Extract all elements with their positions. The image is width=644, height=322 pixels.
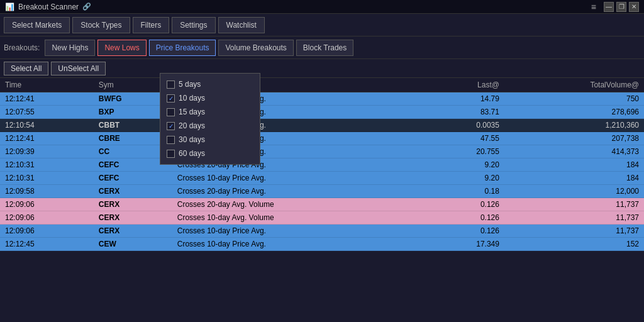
dropdown-popup: 5 days✓10 days15 days✓20 days30 days60 d…	[160, 73, 260, 165]
cell-volume: 11,737	[504, 198, 644, 211]
table-row[interactable]: 12:12:45CEWCrosses 10-day Price Avg.17.3…	[0, 238, 644, 251]
select-all-button[interactable]: Select All	[4, 62, 48, 75]
dropdown-item-3[interactable]: ✓20 days	[160, 119, 260, 133]
dropdown-item-5[interactable]: 60 days	[160, 147, 260, 160]
cell-subject: Crosses 20-day Price Avg.	[172, 185, 426, 198]
breakouts-bar: Breakouts: New HighsNew LowsPrice Breako…	[0, 36, 644, 59]
cell-time: 12:10:54	[0, 119, 94, 132]
cell-last: 0.126	[426, 211, 504, 225]
settings-button[interactable]: Settings	[172, 17, 215, 33]
cell-time: 12:12:41	[0, 92, 94, 106]
stock-types-button[interactable]: Stock Types	[72, 17, 130, 33]
cell-sym: CEW	[94, 238, 172, 251]
dropdown-item-1[interactable]: ✓10 days	[160, 91, 260, 105]
cell-sym: CEFC	[94, 172, 172, 185]
dropdown-label-1: 10 days	[179, 94, 205, 103]
table-row[interactable]: 12:12:41CBRECrosses 20-day Price Avg.47.…	[0, 132, 644, 145]
cell-time: 12:09:06	[0, 211, 94, 225]
cell-sym: CERX	[94, 211, 172, 225]
block-trades-button[interactable]: Block Trades	[296, 40, 353, 56]
table-row[interactable]: 12:10:31CEFCCrosses 20-day Price Avg.9.2…	[0, 158, 644, 172]
select-markets-button[interactable]: Select Markets	[4, 17, 70, 33]
table-row[interactable]: 12:09:06CERXCrosses 10-day Avg. Volume0.…	[0, 211, 644, 225]
unselect-all-button[interactable]: UnSelect All	[51, 62, 106, 75]
checkbox-5[interactable]	[167, 150, 175, 158]
price-breakouts-button[interactable]: Price Breakouts	[149, 40, 216, 56]
dropdown-label-3: 20 days	[179, 121, 205, 130]
cell-time: 12:10:31	[0, 172, 94, 185]
cell-last: 9.20	[426, 172, 504, 185]
dropdown-label-4: 30 days	[179, 135, 205, 144]
cell-subject: Crosses 10-day Price Avg.	[172, 225, 426, 238]
checkbox-3[interactable]: ✓	[167, 122, 175, 130]
table-container[interactable]: Time Sym Subject Last@ TotalVolume@ 12:1…	[0, 78, 644, 322]
cell-volume: 12,000	[504, 185, 644, 198]
cell-time: 12:10:31	[0, 158, 94, 172]
cell-volume: 1,210,360	[504, 119, 644, 132]
minimize-button[interactable]: —	[604, 2, 614, 12]
data-table: Time Sym Subject Last@ TotalVolume@ 12:1…	[0, 78, 644, 251]
cell-last: 83.71	[426, 106, 504, 119]
table-row[interactable]: 12:12:41BWFGCrosses 10-day Price Avg.14.…	[0, 92, 644, 106]
app-icon: 📊	[5, 3, 14, 11]
cell-volume: 414,373	[504, 145, 644, 158]
cell-last: 0.18	[426, 185, 504, 198]
col-time: Time	[0, 78, 94, 92]
col-volume: TotalVolume@	[504, 78, 644, 92]
cell-volume: 11,737	[504, 225, 644, 238]
close-button[interactable]: ✕	[629, 2, 639, 12]
cell-volume: 184	[504, 172, 644, 185]
checkbox-2[interactable]	[167, 108, 175, 116]
new-highs-button[interactable]: New Highs	[45, 40, 95, 56]
volume-breakouts-button[interactable]: Volume Breakouts	[218, 40, 293, 56]
hamburger-icon[interactable]: ≡	[591, 2, 596, 12]
cell-last: 9.20	[426, 158, 504, 172]
table-row[interactable]: 12:09:39CCCrosses 20-day Price Avg.20.75…	[0, 145, 644, 158]
checkbox-4[interactable]	[167, 136, 175, 144]
cell-time: 12:09:39	[0, 145, 94, 158]
cell-volume: 207,738	[504, 132, 644, 145]
checkbox-0[interactable]	[167, 80, 175, 89]
table-row[interactable]: 12:10:54CBBTCrosses 20-day Price Avg.0.0…	[0, 119, 644, 132]
cell-last: 0.126	[426, 198, 504, 211]
dropdown-label-2: 15 days	[179, 108, 205, 116]
dropdown-label-5: 60 days	[179, 149, 205, 158]
cell-volume: 152	[504, 238, 644, 251]
table-row[interactable]: 12:09:58CERXCrosses 20-day Price Avg.0.1…	[0, 185, 644, 198]
cell-last: 0.0035	[426, 119, 504, 132]
titlebar-controls: ≡ — ❐ ✕	[591, 2, 639, 12]
titlebar: 📊 Breakout Scanner 🔗 ≡ — ❐ ✕	[0, 0, 644, 14]
restore-button[interactable]: ❐	[616, 2, 626, 12]
breakouts-label: Breakouts:	[4, 43, 40, 52]
new-lows-button[interactable]: New Lows	[97, 40, 146, 56]
table-row[interactable]: 12:10:31CEFCCrosses 10-day Price Avg.9.2…	[0, 172, 644, 185]
titlebar-left: 📊 Breakout Scanner 🔗	[5, 3, 91, 11]
cell-volume: 11,737	[504, 211, 644, 225]
cell-time: 12:09:06	[0, 198, 94, 211]
link-icon[interactable]: 🔗	[82, 3, 91, 11]
cell-time: 12:12:45	[0, 238, 94, 251]
filters-button[interactable]: Filters	[133, 17, 170, 33]
cell-subject: Crosses 20-day Avg. Volume	[172, 198, 426, 211]
table-row[interactable]: 12:09:06CERXCrosses 20-day Avg. Volume0.…	[0, 198, 644, 211]
dropdown-item-2[interactable]: 15 days	[160, 105, 260, 119]
cell-last: 47.55	[426, 132, 504, 145]
cell-volume: 750	[504, 92, 644, 106]
col-last: Last@	[426, 78, 504, 92]
dropdown-item-0[interactable]: 5 days	[160, 77, 260, 91]
cell-last: 20.755	[426, 145, 504, 158]
cell-last: 17.349	[426, 238, 504, 251]
cell-subject: Crosses 10-day Price Avg.	[172, 238, 426, 251]
toolbar: Select MarketsStock TypesFiltersSettings…	[0, 14, 644, 36]
cell-time: 12:09:06	[0, 225, 94, 238]
table-row[interactable]: 12:09:06CERXCrosses 10-day Price Avg.0.1…	[0, 225, 644, 238]
table-body: 12:12:41BWFGCrosses 10-day Price Avg.14.…	[0, 92, 644, 251]
checkbox-1[interactable]: ✓	[167, 94, 175, 103]
cell-last: 0.126	[426, 225, 504, 238]
table-header-row: Time Sym Subject Last@ TotalVolume@	[0, 78, 644, 92]
cell-volume: 184	[504, 158, 644, 172]
cell-last: 14.79	[426, 92, 504, 106]
table-row[interactable]: 12:07:55BXPCrosses 10-day Price Avg.83.7…	[0, 106, 644, 119]
watchlist-button[interactable]: Watchlist	[218, 17, 265, 33]
dropdown-item-4[interactable]: 30 days	[160, 133, 260, 147]
